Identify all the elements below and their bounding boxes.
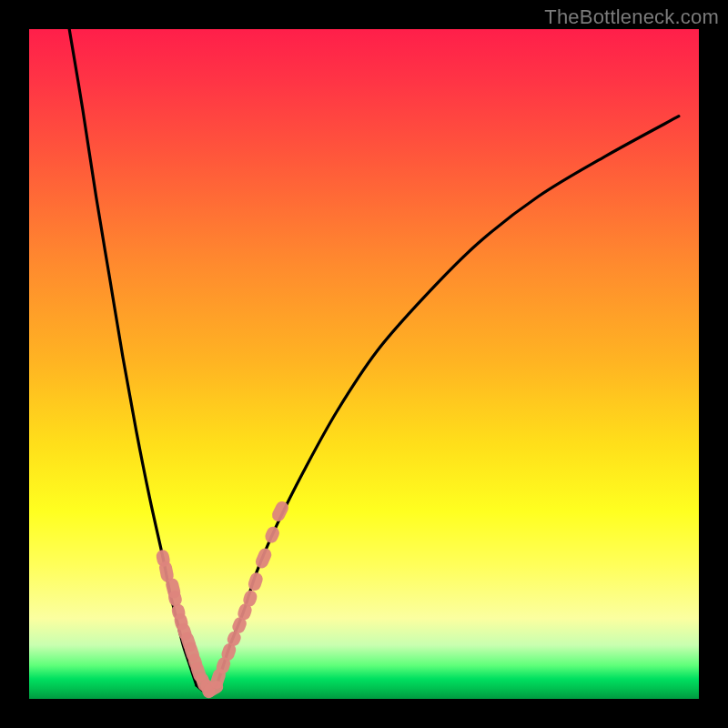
markers-right: [201, 500, 290, 699]
watermark-text: TheBottleneck.com: [544, 5, 719, 29]
chart-frame: TheBottleneck.com: [0, 0, 728, 728]
right-curve: [217, 116, 679, 686]
markers-left: [155, 549, 217, 699]
plot-area: [29, 29, 699, 699]
data-marker: [247, 571, 265, 592]
chart-svg: [29, 29, 699, 699]
data-marker: [263, 525, 281, 545]
curve-group: [69, 29, 679, 693]
data-marker: [254, 546, 274, 570]
